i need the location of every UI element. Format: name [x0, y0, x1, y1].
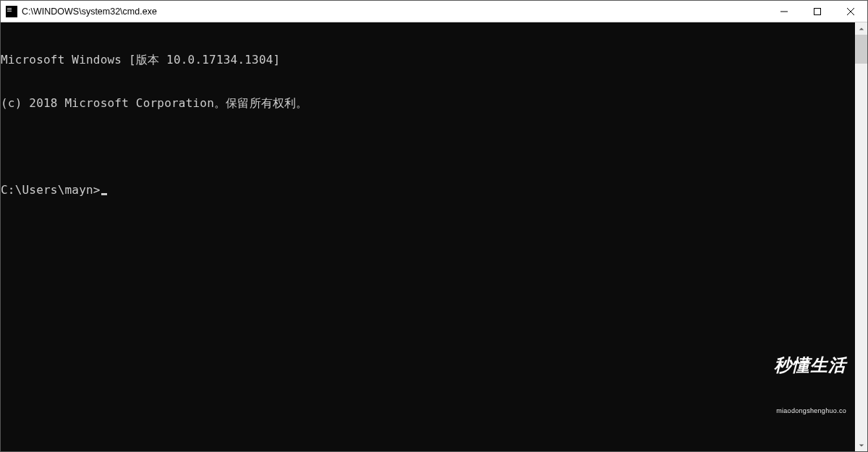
watermark-title: 秒懂生活 — [774, 356, 846, 375]
watermark-url: miaodongshenghuo.co — [774, 404, 846, 418]
window-controls — [767, 1, 867, 22]
close-icon — [847, 8, 854, 15]
terminal-line: (c) 2018 Microsoft Corporation。保留所有权利。 — [1, 96, 855, 111]
cmd-window: C:\WINDOWS\system32\cmd.exe Microsoft Wi… — [0, 0, 868, 452]
cmd-icon — [6, 6, 17, 17]
vertical-scrollbar[interactable] — [855, 22, 867, 451]
terminal-line: Microsoft Windows [版本 10.0.17134.1304] — [1, 53, 855, 67]
maximize-button[interactable] — [801, 1, 834, 22]
close-button[interactable] — [834, 1, 867, 22]
watermark: 秒懂生活 miaodongshenghuo.co — [774, 327, 846, 447]
window-body: Microsoft Windows [版本 10.0.17134.1304] (… — [1, 22, 867, 451]
scrollbar-thumb[interactable] — [855, 35, 867, 64]
scroll-up-button[interactable] — [855, 22, 867, 35]
chevron-down-icon — [859, 443, 864, 448]
window-title: C:\WINDOWS\system32\cmd.exe — [22, 7, 767, 17]
terminal-area[interactable]: Microsoft Windows [版本 10.0.17134.1304] (… — [1, 22, 855, 451]
scroll-down-button[interactable] — [855, 439, 867, 451]
minimize-icon — [780, 8, 788, 15]
maximize-icon — [814, 8, 821, 15]
terminal-prompt-line: C:\Users\mayn> — [1, 183, 855, 197]
titlebar[interactable]: C:\WINDOWS\system32\cmd.exe — [1, 1, 867, 22]
scrollbar-track[interactable] — [855, 35, 867, 439]
minimize-button[interactable] — [767, 1, 801, 22]
chevron-up-icon — [859, 26, 864, 32]
cursor — [101, 193, 107, 195]
prompt-text: C:\Users\mayn> — [1, 183, 101, 197]
svg-rect-1 — [814, 8, 821, 14]
terminal-line — [1, 140, 855, 154]
